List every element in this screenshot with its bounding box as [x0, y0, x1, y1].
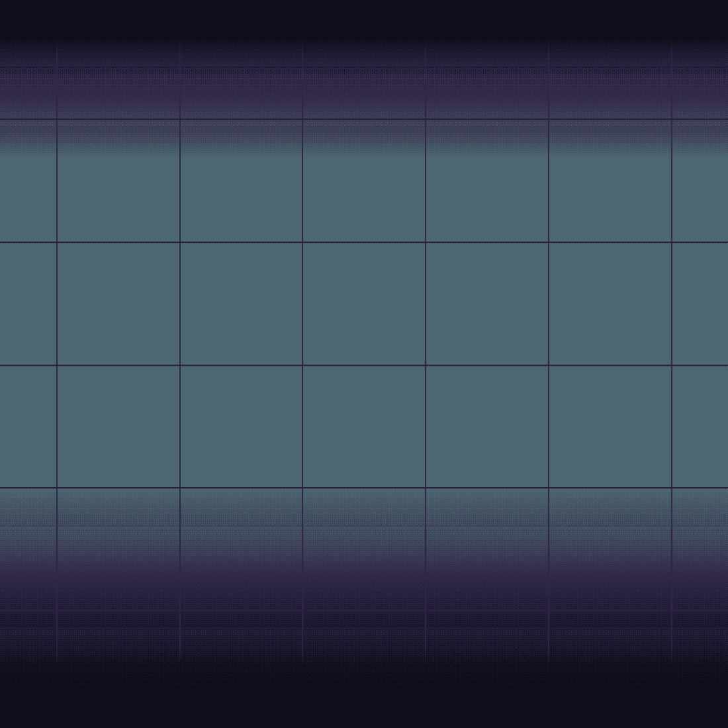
- dither-band-purple-to-slate-lower: [0, 126, 728, 160]
- grid-line-horizontal: [0, 365, 728, 366]
- grid-line-horizontal: [0, 487, 728, 488]
- grid-line-dotted-edge: [0, 243, 728, 244]
- dithered-grid-backdrop: [0, 0, 728, 728]
- grid-line-horizontal: [0, 118, 728, 120]
- dither-band-slate-to-purple-upper: [0, 487, 728, 532]
- grid-line-vertical: [56, 40, 58, 666]
- grid-line-dotted-edge: [0, 488, 728, 489]
- grid-line-vertical: [302, 40, 303, 666]
- grid-line-vertical: [425, 40, 426, 666]
- grid-line-dotted-edge: [0, 366, 728, 367]
- grid-line-horizontal: [0, 242, 728, 243]
- dither-band-dark-to-purple-lower: [0, 66, 728, 102]
- grid-line-dotted-edge: [0, 120, 728, 120]
- grid-line-vertical: [179, 40, 181, 666]
- grid-line-horizontal: [0, 610, 728, 612]
- dither-band-purple-to-dark-lower: [0, 627, 728, 691]
- grid-line-vertical: [671, 40, 672, 666]
- grid-line-vertical: [548, 40, 549, 666]
- dither-band-purple-to-dark-upper: [0, 568, 728, 631]
- dither-band-slate-to-purple-lower: [0, 527, 728, 573]
- grid-line-dotted-edge: [0, 612, 728, 612]
